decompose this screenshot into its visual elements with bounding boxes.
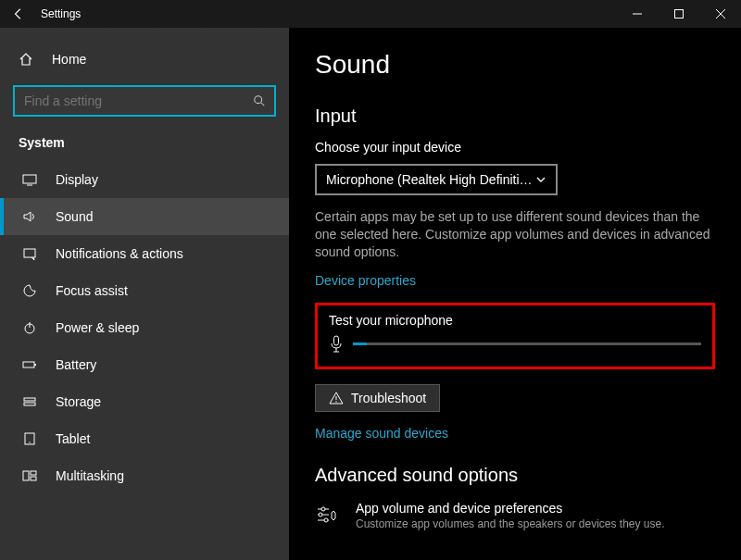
- choose-device-label: Choose your input device: [315, 140, 715, 155]
- sidebar: Home System Display Sound Notifications …: [0, 28, 289, 560]
- home-icon: [19, 52, 37, 67]
- sidebar-item-storage[interactable]: Storage: [0, 383, 289, 420]
- svg-rect-8: [24, 249, 35, 257]
- svg-point-16: [29, 442, 30, 442]
- sidebar-item-focus-assist[interactable]: Focus assist: [0, 272, 289, 309]
- input-help-text: Certain apps may be set up to use differ…: [315, 208, 713, 261]
- troubleshoot-label: Troubleshoot: [351, 391, 426, 405]
- svg-point-29: [319, 513, 322, 516]
- page-title: Sound: [315, 50, 715, 80]
- close-icon: [716, 9, 725, 19]
- app-volume-desc: Customize app volumes and the speakers o…: [356, 517, 665, 530]
- svg-point-24: [335, 401, 336, 402]
- home-label: Home: [52, 52, 86, 67]
- test-microphone-label: Test your microphone: [329, 313, 701, 328]
- dropdown-value: Microphone (Realtek High Definiti…: [326, 172, 533, 187]
- sidebar-item-label: Multitasking: [56, 468, 124, 483]
- maximize-icon: [674, 9, 684, 19]
- sidebar-item-notifications[interactable]: Notifications & actions: [0, 235, 289, 272]
- microphone-icon: [329, 335, 344, 354]
- input-section-title: Input: [315, 106, 715, 127]
- display-icon: [22, 172, 41, 187]
- svg-point-28: [321, 507, 325, 511]
- svg-point-4: [255, 96, 262, 104]
- sidebar-item-power-sleep[interactable]: Power & sleep: [0, 309, 289, 346]
- sidebar-item-battery[interactable]: Battery: [0, 346, 289, 383]
- minimize-icon: [633, 9, 642, 19]
- maximize-button[interactable]: [658, 0, 699, 28]
- sidebar-item-label: Power & sleep: [56, 320, 139, 335]
- svg-line-5: [261, 103, 265, 106]
- svg-rect-20: [334, 336, 339, 345]
- sidebar-item-label: Notifications & actions: [56, 246, 183, 261]
- tablet-icon: [22, 431, 41, 446]
- manage-sound-devices-link[interactable]: Manage sound devices: [315, 426, 448, 441]
- sidebar-item-label: Storage: [56, 394, 101, 409]
- sidebar-section-label: System: [0, 130, 289, 161]
- warning-icon: [329, 391, 344, 405]
- sidebar-item-multitasking[interactable]: Multitasking: [0, 457, 289, 494]
- window-title: Settings: [41, 7, 616, 20]
- device-properties-link[interactable]: Device properties: [315, 273, 416, 288]
- svg-point-30: [324, 518, 328, 522]
- sidebar-item-tablet[interactable]: Tablet: [0, 420, 289, 457]
- sound-icon: [22, 209, 41, 224]
- troubleshoot-button[interactable]: Troubleshoot: [315, 384, 440, 412]
- main-content: Sound Input Choose your input device Mic…: [289, 28, 741, 560]
- svg-rect-1: [674, 10, 683, 19]
- sidebar-item-label: Display: [56, 172, 98, 187]
- input-device-dropdown[interactable]: Microphone (Realtek High Definiti…: [315, 164, 558, 195]
- storage-icon: [22, 394, 41, 409]
- multitasking-icon: [22, 468, 41, 483]
- sidebar-item-label: Tablet: [56, 431, 90, 446]
- app-volume-icon: [315, 501, 341, 526]
- chevron-down-icon: [535, 174, 546, 185]
- advanced-section-title: Advanced sound options: [315, 465, 715, 486]
- battery-icon: [22, 357, 41, 372]
- search-icon: [245, 94, 274, 107]
- close-button[interactable]: [699, 0, 741, 28]
- minimize-button[interactable]: [616, 0, 658, 28]
- sidebar-item-label: Sound: [56, 209, 93, 224]
- home-nav[interactable]: Home: [0, 43, 289, 76]
- back-button[interactable]: [7, 7, 30, 20]
- test-microphone-box: Test your microphone: [315, 303, 715, 369]
- app-volume-title: App volume and device preferences: [356, 501, 665, 516]
- svg-rect-19: [31, 477, 36, 480]
- notifications-icon: [22, 246, 41, 261]
- arrow-left-icon: [12, 7, 25, 20]
- svg-rect-14: [24, 403, 35, 405]
- svg-rect-12: [34, 364, 36, 366]
- svg-rect-18: [31, 471, 36, 475]
- sidebar-item-display[interactable]: Display: [0, 161, 289, 198]
- focus-assist-icon: [22, 283, 41, 298]
- sidebar-item-sound[interactable]: Sound: [0, 198, 289, 235]
- search-input[interactable]: [15, 93, 245, 108]
- svg-rect-6: [23, 175, 36, 183]
- svg-rect-17: [23, 471, 29, 480]
- app-volume-row[interactable]: App volume and device preferences Custom…: [315, 501, 715, 530]
- power-icon: [22, 320, 41, 335]
- microphone-level-bar: [353, 342, 701, 345]
- sidebar-item-label: Battery: [56, 357, 96, 372]
- sidebar-item-label: Focus assist: [56, 283, 128, 298]
- svg-rect-11: [23, 362, 34, 367]
- microphone-level-fill: [353, 342, 367, 345]
- search-box[interactable]: [13, 85, 276, 117]
- svg-rect-13: [24, 398, 35, 401]
